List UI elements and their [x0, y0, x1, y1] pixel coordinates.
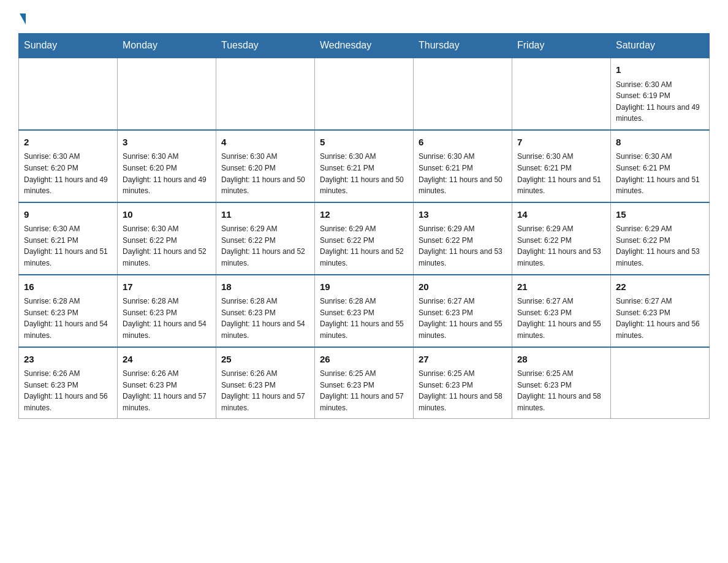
- calendar-day-header: Wednesday: [315, 34, 414, 58]
- day-number: 27: [419, 353, 507, 367]
- day-info: Sunrise: 6:27 AMSunset: 6:23 PMDaylight:…: [419, 296, 507, 341]
- day-info: Sunrise: 6:25 AMSunset: 6:23 PMDaylight:…: [517, 368, 605, 413]
- calendar-day-cell: 14Sunrise: 6:29 AMSunset: 6:22 PMDayligh…: [512, 202, 611, 275]
- calendar-day-header: Sunday: [19, 34, 118, 58]
- calendar-week-row: 16Sunrise: 6:28 AMSunset: 6:23 PMDayligh…: [19, 275, 710, 347]
- day-number: 22: [616, 280, 704, 294]
- day-number: 5: [320, 136, 408, 150]
- day-info: Sunrise: 6:27 AMSunset: 6:23 PMDaylight:…: [616, 296, 704, 341]
- calendar-day-cell: 25Sunrise: 6:26 AMSunset: 6:23 PMDayligh…: [216, 347, 315, 419]
- day-info: Sunrise: 6:30 AMSunset: 6:20 PMDaylight:…: [221, 151, 309, 196]
- calendar-day-cell: 3Sunrise: 6:30 AMSunset: 6:20 PMDaylight…: [118, 130, 216, 202]
- calendar-day-cell: 27Sunrise: 6:25 AMSunset: 6:23 PMDayligh…: [414, 347, 512, 419]
- day-number: 17: [123, 280, 211, 294]
- calendar-day-cell: 6Sunrise: 6:30 AMSunset: 6:21 PMDaylight…: [414, 130, 512, 202]
- calendar-day-cell: 28Sunrise: 6:25 AMSunset: 6:23 PMDayligh…: [512, 347, 611, 419]
- day-info: Sunrise: 6:30 AMSunset: 6:21 PMDaylight:…: [517, 151, 605, 196]
- calendar-week-row: 2Sunrise: 6:30 AMSunset: 6:20 PMDaylight…: [19, 130, 710, 202]
- day-info: Sunrise: 6:27 AMSunset: 6:23 PMDaylight:…: [517, 296, 605, 341]
- calendar-day-cell: 17Sunrise: 6:28 AMSunset: 6:23 PMDayligh…: [118, 275, 216, 347]
- day-number: 8: [616, 136, 704, 150]
- day-info: Sunrise: 6:28 AMSunset: 6:23 PMDaylight:…: [320, 296, 408, 341]
- calendar-week-row: 23Sunrise: 6:26 AMSunset: 6:23 PMDayligh…: [19, 347, 710, 419]
- day-number: 10: [123, 208, 211, 222]
- calendar-day-cell: 21Sunrise: 6:27 AMSunset: 6:23 PMDayligh…: [512, 275, 611, 347]
- calendar-day-cell: 22Sunrise: 6:27 AMSunset: 6:23 PMDayligh…: [611, 275, 710, 347]
- day-number: 25: [221, 353, 309, 367]
- day-number: 15: [616, 208, 704, 222]
- calendar-day-header: Tuesday: [216, 34, 315, 58]
- day-info: Sunrise: 6:28 AMSunset: 6:23 PMDaylight:…: [24, 296, 112, 341]
- day-info: Sunrise: 6:28 AMSunset: 6:23 PMDaylight:…: [123, 296, 211, 341]
- day-info: Sunrise: 6:26 AMSunset: 6:23 PMDaylight:…: [123, 368, 211, 413]
- page-header: [18, 12, 710, 23]
- calendar-day-cell: 13Sunrise: 6:29 AMSunset: 6:22 PMDayligh…: [414, 202, 512, 275]
- day-info: Sunrise: 6:29 AMSunset: 6:22 PMDaylight:…: [320, 223, 408, 269]
- calendar-header-row: SundayMondayTuesdayWednesdayThursdayFrid…: [19, 34, 710, 58]
- calendar-day-header: Thursday: [414, 34, 512, 58]
- day-number: 21: [517, 280, 605, 294]
- calendar-day-header: Saturday: [611, 34, 710, 58]
- day-info: Sunrise: 6:29 AMSunset: 6:22 PMDaylight:…: [616, 223, 704, 269]
- calendar-day-cell: 7Sunrise: 6:30 AMSunset: 6:21 PMDaylight…: [512, 130, 611, 202]
- calendar-day-cell: 23Sunrise: 6:26 AMSunset: 6:23 PMDayligh…: [19, 347, 118, 419]
- calendar-week-row: 9Sunrise: 6:30 AMSunset: 6:21 PMDaylight…: [19, 202, 710, 275]
- calendar-body: 1Sunrise: 6:30 AMSunset: 6:19 PMDaylight…: [19, 58, 710, 419]
- calendar-day-cell: 5Sunrise: 6:30 AMSunset: 6:21 PMDaylight…: [315, 130, 414, 202]
- calendar-day-cell: [315, 58, 414, 130]
- calendar-day-cell: 18Sunrise: 6:28 AMSunset: 6:23 PMDayligh…: [216, 275, 315, 347]
- day-number: 11: [221, 208, 309, 222]
- calendar-day-cell: 15Sunrise: 6:29 AMSunset: 6:22 PMDayligh…: [611, 202, 710, 275]
- day-info: Sunrise: 6:30 AMSunset: 6:21 PMDaylight:…: [616, 151, 704, 196]
- day-number: 9: [24, 208, 112, 222]
- calendar-day-cell: [414, 58, 512, 130]
- day-info: Sunrise: 6:25 AMSunset: 6:23 PMDaylight:…: [419, 368, 507, 413]
- day-number: 16: [24, 280, 112, 294]
- calendar-day-cell: 10Sunrise: 6:30 AMSunset: 6:22 PMDayligh…: [118, 202, 216, 275]
- calendar-day-cell: 4Sunrise: 6:30 AMSunset: 6:20 PMDaylight…: [216, 130, 315, 202]
- calendar-day-header: Monday: [118, 34, 216, 58]
- calendar-day-cell: 12Sunrise: 6:29 AMSunset: 6:22 PMDayligh…: [315, 202, 414, 275]
- day-number: 4: [221, 136, 309, 150]
- calendar-table: SundayMondayTuesdayWednesdayThursdayFrid…: [18, 33, 710, 419]
- calendar-day-cell: 16Sunrise: 6:28 AMSunset: 6:23 PMDayligh…: [19, 275, 118, 347]
- day-number: 7: [517, 136, 605, 150]
- day-number: 14: [517, 208, 605, 222]
- calendar-day-cell: [512, 58, 611, 130]
- calendar-day-cell: [216, 58, 315, 130]
- day-number: 6: [419, 136, 507, 150]
- day-number: 19: [320, 280, 408, 294]
- calendar-day-cell: [19, 58, 118, 130]
- day-info: Sunrise: 6:30 AMSunset: 6:21 PMDaylight:…: [24, 223, 112, 269]
- day-info: Sunrise: 6:30 AMSunset: 6:19 PMDaylight:…: [616, 79, 704, 124]
- logo: [18, 12, 26, 23]
- logo-arrow-icon: [20, 13, 26, 25]
- day-number: 24: [123, 353, 211, 367]
- calendar-day-cell: 24Sunrise: 6:26 AMSunset: 6:23 PMDayligh…: [118, 347, 216, 419]
- day-info: Sunrise: 6:29 AMSunset: 6:22 PMDaylight:…: [419, 223, 507, 269]
- calendar-day-cell: [118, 58, 216, 130]
- day-info: Sunrise: 6:30 AMSunset: 6:21 PMDaylight:…: [419, 151, 507, 196]
- day-info: Sunrise: 6:28 AMSunset: 6:23 PMDaylight:…: [221, 296, 309, 341]
- calendar-day-cell: 19Sunrise: 6:28 AMSunset: 6:23 PMDayligh…: [315, 275, 414, 347]
- day-number: 18: [221, 280, 309, 294]
- day-info: Sunrise: 6:29 AMSunset: 6:22 PMDaylight:…: [517, 223, 605, 269]
- day-info: Sunrise: 6:30 AMSunset: 6:22 PMDaylight:…: [123, 223, 211, 269]
- calendar-week-row: 1Sunrise: 6:30 AMSunset: 6:19 PMDaylight…: [19, 58, 710, 130]
- day-number: 20: [419, 280, 507, 294]
- day-info: Sunrise: 6:30 AMSunset: 6:20 PMDaylight:…: [24, 151, 112, 196]
- day-info: Sunrise: 6:29 AMSunset: 6:22 PMDaylight:…: [221, 223, 309, 269]
- calendar-day-cell: 1Sunrise: 6:30 AMSunset: 6:19 PMDaylight…: [611, 58, 710, 130]
- day-number: 1: [616, 63, 704, 77]
- calendar-day-cell: 20Sunrise: 6:27 AMSunset: 6:23 PMDayligh…: [414, 275, 512, 347]
- day-number: 13: [419, 208, 507, 222]
- day-info: Sunrise: 6:30 AMSunset: 6:20 PMDaylight:…: [123, 151, 211, 196]
- day-number: 28: [517, 353, 605, 367]
- day-number: 12: [320, 208, 408, 222]
- day-number: 2: [24, 136, 112, 150]
- day-number: 3: [123, 136, 211, 150]
- calendar-day-cell: 11Sunrise: 6:29 AMSunset: 6:22 PMDayligh…: [216, 202, 315, 275]
- calendar-day-cell: 26Sunrise: 6:25 AMSunset: 6:23 PMDayligh…: [315, 347, 414, 419]
- calendar-day-header: Friday: [512, 34, 611, 58]
- day-info: Sunrise: 6:26 AMSunset: 6:23 PMDaylight:…: [221, 368, 309, 413]
